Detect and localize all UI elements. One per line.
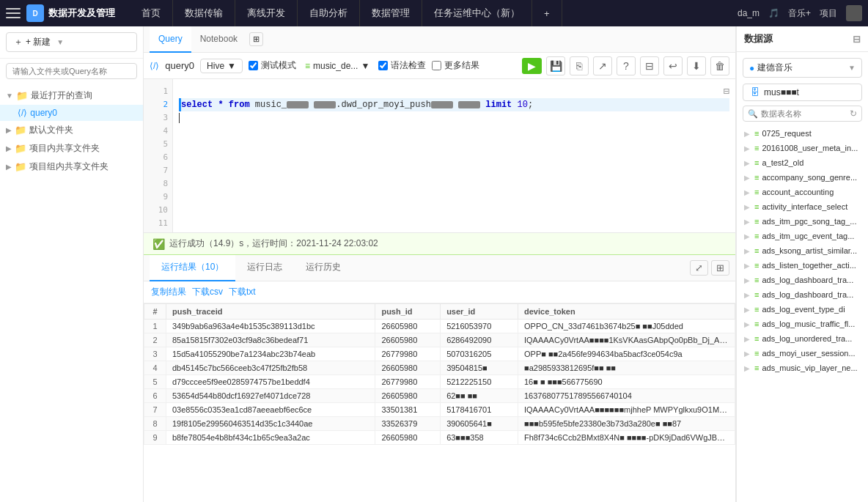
project-label[interactable]: 项目 <box>820 7 837 20</box>
logo-icon: D <box>26 4 44 22</box>
download-button[interactable]: ⬇ <box>687 56 706 75</box>
panel-collapse-button[interactable]: ⊟ <box>853 34 861 45</box>
code-editor[interactable]: 1 2 3 4 5 6 7 8 9 10 11 select * f <box>144 79 735 233</box>
cell-token: ■■■b595fe5bfe23380e3b73d3a280e■ ■■87 <box>518 417 735 431</box>
table-list-item[interactable]: ▶ ≡ ads_log_dashboard_tra... <box>737 287 868 302</box>
query-search-input[interactable] <box>6 63 137 79</box>
nav-offline-dev[interactable]: 离线开发 <box>235 0 298 26</box>
refresh-icon[interactable]: ↻ <box>850 108 857 119</box>
table-list-item[interactable]: ▶ ≡ ads_music_vip_layer_ne... <box>737 361 868 375</box>
code-input[interactable]: select * from music_ .dwd_opr_moyi_push <box>173 79 735 232</box>
table-list-item[interactable]: ▶ ≡ ads_log_music_traffic_fl... <box>737 317 868 331</box>
table-list-item[interactable]: ▶ ≡ ads_log_event_type_di <box>737 302 868 317</box>
table-search-input[interactable] <box>761 109 850 118</box>
more-results-checkbox[interactable]: 更多结果 <box>432 59 479 72</box>
fullscreen-button[interactable]: ⤢ <box>690 260 708 276</box>
project-folder-header[interactable]: ▶ 📁 项目内共享文件夹 <box>0 139 143 158</box>
expand-button[interactable]: ⊞ <box>711 260 729 276</box>
table-row: 9 b8fe78054e4b8bf434c1b65c9ea3a2ac 26605… <box>144 431 735 445</box>
table-list-item[interactable]: ▶ ≡ a_test2_old <box>737 155 868 170</box>
table-expand-arrow-icon: ▶ <box>744 130 750 138</box>
run-button[interactable]: ▶ <box>522 58 542 74</box>
folder-icon: 📁 <box>16 90 28 101</box>
nav-self-analysis[interactable]: 自助分析 <box>298 0 360 26</box>
datasource-dropdown[interactable]: ● 建德音乐 ▼ <box>743 58 862 78</box>
notebook-tab[interactable]: Notebook <box>191 26 246 53</box>
collapse-editor-button[interactable]: ⊟ <box>724 85 729 98</box>
arrow-button[interactable]: ↗ <box>593 56 612 75</box>
split-view-button[interactable]: ⊞ <box>249 32 263 46</box>
result-tab-results[interactable]: 运行结果（10） <box>150 255 235 281</box>
undo-button[interactable]: ↩ <box>663 56 683 75</box>
hive-engine-select[interactable]: Hive ▼ <box>200 59 243 73</box>
dropdown-arrow-icon: ▼ <box>56 38 64 46</box>
table-list-item[interactable]: ▶ ≡ ads_listen_together_acti... <box>737 258 868 273</box>
table-name: 20161008_user_meta_in... <box>762 144 861 152</box>
cell-traceid: 53654d544b80dcf16927ef4071dce728 <box>166 389 375 403</box>
recent-queries-section: ▼ 📁 最近打开的查询 ⟨/⟩ query0 <box>0 86 143 121</box>
music-badge: 🎵 <box>768 8 779 18</box>
nav-task-ops[interactable]: 任务运维中心（新） <box>422 0 532 26</box>
cell-token: IQAAAACy0VrtAA■■■■1KsVKAasGAbpQo0pBb_Dj_… <box>518 333 735 347</box>
nav-add[interactable]: + <box>532 0 562 26</box>
table-list-item[interactable]: ▶ ≡ ads_ksong_artist_similar... <box>737 243 868 258</box>
table-list-item[interactable]: ▶ ≡ ads_moyi_user_session... <box>737 346 868 361</box>
query-item-active[interactable]: ⟨/⟩ query0 <box>0 105 143 121</box>
table-list-item[interactable]: ▶ ≡ 20161008_user_meta_in... <box>737 141 868 155</box>
user-name[interactable]: da_m <box>738 8 760 18</box>
nav-data-transfer[interactable]: 数据传输 <box>173 0 235 26</box>
table-expand-arrow-icon: ▶ <box>744 262 750 270</box>
result-tab-log[interactable]: 运行日志 <box>235 255 294 281</box>
success-icon: ✅ <box>152 238 165 250</box>
nav-data-mgmt[interactable]: 数据管理 <box>360 0 422 26</box>
grammar-check-checkbox[interactable]: 语法检查 <box>378 59 426 72</box>
new-query-button[interactable]: ＋ + 新建 ▼ <box>6 32 137 52</box>
table-list-item[interactable]: ▶ ≡ ads_log_unordered_tra... <box>737 331 868 346</box>
table-list-item[interactable]: ▶ ≡ ads_log_dashboard_tra... <box>737 273 868 287</box>
music-label[interactable]: 音乐+ <box>788 7 811 20</box>
project-expand-icon: ▶ <box>6 144 12 152</box>
table-expand-arrow-icon: ▶ <box>744 364 750 372</box>
line-11: 11 <box>144 217 172 230</box>
table-list: ▶ ≡ 0725_request ▶ ≡ 20161008_user_meta_… <box>737 126 868 502</box>
recent-queries-header[interactable]: ▼ 📁 最近打开的查询 <box>0 86 143 105</box>
cell-num: 5 <box>144 375 166 389</box>
default-folder-header[interactable]: ▶ 📁 默认文件夹 <box>0 121 143 139</box>
format-button[interactable]: ⊟ <box>640 56 659 75</box>
download-csv-link[interactable]: 下载csv <box>192 286 223 298</box>
cell-num: 2 <box>144 333 166 347</box>
copy-results-link[interactable]: 复制结果 <box>151 286 186 298</box>
table-name: ads_log_event_type_di <box>762 305 861 314</box>
result-tab-history[interactable]: 运行历史 <box>294 255 353 281</box>
delete-button[interactable]: 🗑 <box>710 56 729 75</box>
cell-pushid: 26605980 <box>375 361 441 375</box>
database-item[interactable]: 🗄 mus■■■t <box>743 84 862 101</box>
col-header-num: # <box>144 304 166 320</box>
query-tab[interactable]: Query <box>150 26 191 53</box>
share-button[interactable]: ⎘ <box>570 56 589 75</box>
question-button[interactable]: ? <box>617 56 636 75</box>
table-name: ads_music_vip_layer_ne... <box>762 363 861 372</box>
test-mode-checkbox[interactable]: 测试模式 <box>249 59 296 72</box>
table-list-item[interactable]: ▶ ≡ accompany_song_genre... <box>737 170 868 185</box>
datasource-name: 建德音乐 <box>757 62 848 74</box>
save-button[interactable]: 💾 <box>546 56 565 75</box>
nav-home[interactable]: 首页 <box>130 0 173 26</box>
table-list-item[interactable]: ▶ ≡ activity_interface_select <box>737 199 868 214</box>
cell-traceid: db45145c7bc566ceeb3c47f25fb2fb58 <box>166 361 375 375</box>
cell-num: 7 <box>144 403 166 417</box>
cell-token: Fh8f734c6Ccb2BMxt8X4N■ ■■■■-pDK9jDad6VWg… <box>518 431 735 445</box>
table-row: 4 db45145c7bc566ceeb3c47f25fb2fb58 26605… <box>144 361 735 375</box>
music-db-select[interactable]: ≡ music_de... ▼ <box>302 61 372 71</box>
cell-traceid: 15d5a41055290be7a1234abc23b74eab <box>166 347 375 361</box>
table-list-item[interactable]: ▶ ≡ 0725_request <box>737 126 868 141</box>
table-list-item[interactable]: ▶ ≡ account_accounting <box>737 185 868 199</box>
download-txt-link[interactable]: 下载txt <box>229 286 256 298</box>
table-type-icon: ≡ <box>754 129 759 138</box>
default-folder-label: 默认文件夹 <box>29 124 73 136</box>
table-name: ads_log_dashboard_tra... <box>762 276 861 284</box>
hamburger-menu[interactable] <box>6 8 21 18</box>
table-list-item[interactable]: ▶ ≡ ads_itm_pgc_song_tag_... <box>737 214 868 229</box>
table-list-item[interactable]: ▶ ≡ ads_itm_ugc_event_tag... <box>737 229 868 243</box>
group-folder-header[interactable]: ▶ 📁 项目组内共享文件夹 <box>0 158 143 176</box>
